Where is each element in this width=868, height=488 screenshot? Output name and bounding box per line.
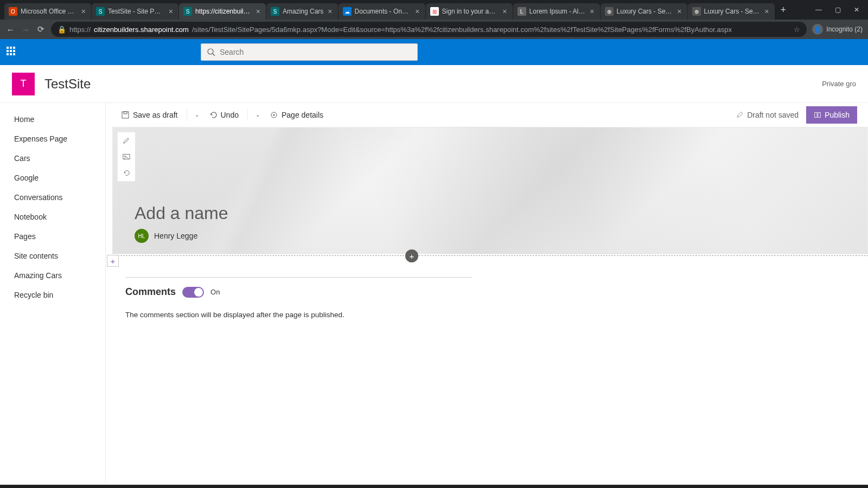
url-host: citizenbuilders.sharepoint.com xyxy=(94,25,189,34)
minimize-icon[interactable]: — xyxy=(812,6,825,14)
favicon: O xyxy=(9,7,17,16)
nav-item-conversations[interactable]: Conversations xyxy=(0,188,105,207)
author-name: Henry Legge xyxy=(154,232,197,240)
nav-item-notebook[interactable]: Notebook xyxy=(0,207,105,227)
search-box[interactable] xyxy=(201,43,418,61)
publish-label: Publish xyxy=(825,111,850,119)
nav-item-amazing-cars[interactable]: Amazing Cars xyxy=(0,266,105,285)
favicon: ⊕ xyxy=(605,7,614,16)
url-input[interactable]: 🔒 https://citizenbuilders.sharepoint.com… xyxy=(51,22,807,37)
title-toolbar xyxy=(117,132,135,182)
svg-rect-2 xyxy=(122,112,129,118)
favicon: ☁ xyxy=(343,7,352,16)
nav-item-recycle-bin[interactable]: Recycle bin xyxy=(0,285,105,305)
publish-icon xyxy=(814,111,821,119)
close-icon[interactable]: × xyxy=(168,7,174,16)
reset-icon xyxy=(123,169,130,177)
pencil-icon xyxy=(123,137,130,144)
undo-dropdown-chevron-icon[interactable]: ⌄ xyxy=(252,112,263,118)
forward-icon[interactable]: → xyxy=(21,25,30,34)
pencil-icon xyxy=(736,111,744,119)
tab-title: Microsoft Office Home xyxy=(21,8,77,15)
undo-button[interactable]: Undo xyxy=(205,107,243,123)
svg-point-0 xyxy=(208,49,213,54)
favicon: S xyxy=(271,7,279,16)
tab-title: Luxury Cars - Sedans, xyxy=(617,8,673,15)
lock-icon: 🔒 xyxy=(58,25,66,34)
incognito-indicator[interactable]: 👤 Incognito (2) xyxy=(812,24,863,35)
close-icon[interactable]: × xyxy=(414,7,420,16)
svg-rect-3 xyxy=(124,112,127,114)
search-input[interactable] xyxy=(220,48,412,56)
browser-tab[interactable]: SAmazing Cars× xyxy=(266,3,338,20)
close-icon[interactable]: × xyxy=(676,7,682,16)
add-webpart-button[interactable]: + xyxy=(405,249,418,262)
incognito-label: Incognito (2) xyxy=(826,25,863,33)
browser-tab[interactable]: ☁Documents - OneDriv× xyxy=(339,3,425,20)
site-name[interactable]: TestSite xyxy=(44,76,91,92)
page-author[interactable]: HL Henry Legge xyxy=(135,229,197,243)
windows-taskbar[interactable] xyxy=(0,485,868,488)
undo-label: Undo xyxy=(221,111,239,119)
draft-status-label: Draft not saved xyxy=(747,111,799,119)
browser-tab[interactable]: ⊕Luxury Cars - Sedans,× xyxy=(601,3,687,20)
add-section-button[interactable]: + xyxy=(107,255,119,267)
page-title-input[interactable]: Add a name xyxy=(135,203,460,223)
close-icon[interactable]: × xyxy=(80,7,87,16)
browser-tab[interactable]: OMicrosoft Office Home× xyxy=(4,3,91,20)
undo-icon xyxy=(209,111,218,119)
browser-tab-active[interactable]: Shttps://citizenbuilders× xyxy=(179,3,266,20)
favicon: ⊕ xyxy=(692,7,701,16)
svg-rect-6 xyxy=(815,112,817,117)
comments-note: The comments section will be displayed a… xyxy=(125,311,855,319)
site-logo[interactable]: T xyxy=(12,73,35,95)
close-window-icon[interactable]: ✕ xyxy=(851,6,863,14)
close-icon[interactable]: × xyxy=(255,7,261,16)
browser-tab[interactable]: LLorem Ipsum - All the× xyxy=(513,3,600,20)
close-icon[interactable]: × xyxy=(327,7,333,16)
nav-item-google[interactable]: Google xyxy=(0,168,105,188)
close-icon[interactable]: × xyxy=(589,7,595,16)
svg-point-5 xyxy=(273,114,275,115)
nav-item-home[interactable]: Home xyxy=(0,110,105,129)
main-area: Save as draft ⌄ Undo ⌄ Page details Draf… xyxy=(106,103,868,483)
edit-title-button[interactable] xyxy=(118,132,135,149)
publish-button[interactable]: Publish xyxy=(806,106,857,124)
new-tab-button[interactable]: + xyxy=(775,4,792,16)
app-launcher-icon[interactable] xyxy=(7,47,17,57)
hero-background xyxy=(113,127,867,254)
save-draft-button[interactable]: Save as draft xyxy=(117,107,182,123)
command-bar: Save as draft ⌄ Undo ⌄ Page details Draf… xyxy=(106,103,868,127)
save-dropdown-chevron-icon[interactable]: ⌄ xyxy=(192,112,202,118)
bookmark-star-icon[interactable]: ☆ xyxy=(794,25,800,34)
reload-icon[interactable]: ⟳ xyxy=(36,24,46,34)
page-details-button[interactable]: Page details xyxy=(265,107,328,123)
tab-title: Amazing Cars xyxy=(283,8,323,15)
nav-item-expenses[interactable]: Expenses Page xyxy=(0,129,105,149)
back-icon[interactable]: ← xyxy=(5,25,15,34)
close-icon[interactable]: × xyxy=(501,7,508,16)
browser-tab[interactable]: ⊕Luxury Cars - Sedans,× xyxy=(688,3,775,20)
comments-toggle[interactable] xyxy=(182,287,204,298)
title-region[interactable]: Add a name HL Henry Legge xyxy=(112,127,868,254)
comments-section: Comments On The comments section will be… xyxy=(112,278,868,328)
svg-rect-7 xyxy=(818,112,820,117)
favicon: S xyxy=(96,7,105,16)
nav-item-site-contents[interactable]: Site contents xyxy=(0,246,105,266)
incognito-icon: 👤 xyxy=(812,24,823,35)
separator xyxy=(187,109,187,121)
browser-tab[interactable]: STestSite - Site Pages -× xyxy=(92,3,178,20)
nav-item-cars[interactable]: Cars xyxy=(0,149,105,168)
browser-tab[interactable]: ⊞Sign in to your accoun× xyxy=(426,3,513,20)
author-avatar: HL xyxy=(135,229,149,243)
save-draft-label: Save as draft xyxy=(133,111,178,119)
maximize-icon[interactable]: ▢ xyxy=(832,6,844,14)
close-icon[interactable]: × xyxy=(763,7,770,16)
favicon: S xyxy=(183,7,192,16)
page-canvas: Add a name HL Henry Legge + + Comments O… xyxy=(112,127,868,328)
svg-point-9 xyxy=(124,156,125,157)
site-privacy-label: Private gro xyxy=(822,80,856,88)
reset-button[interactable] xyxy=(118,165,135,181)
change-image-button[interactable] xyxy=(118,149,135,165)
nav-item-pages[interactable]: Pages xyxy=(0,227,105,246)
